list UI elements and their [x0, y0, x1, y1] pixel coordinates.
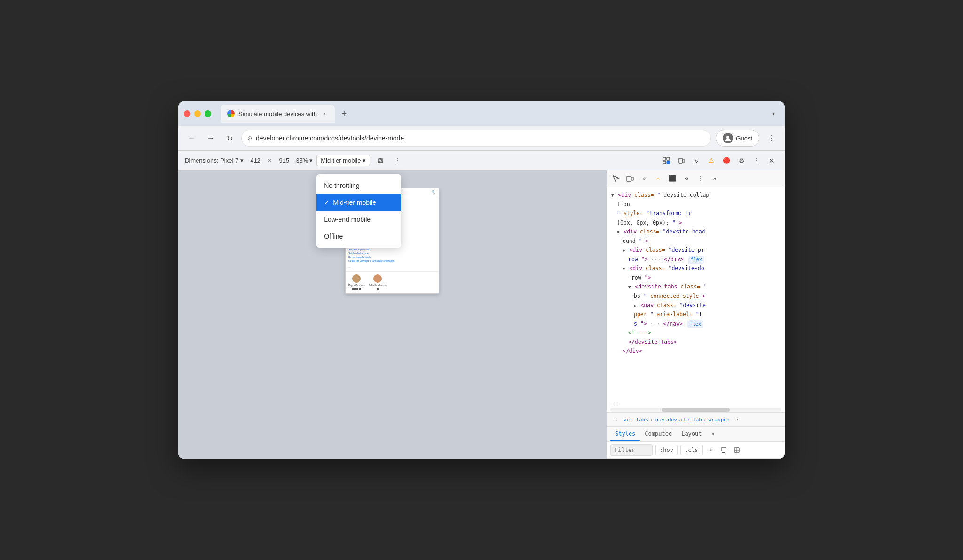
devtools-icons-right: » ⚠ 🔴 ⚙ ⋮ ✕ [660, 154, 778, 167]
throttle-option-no-throttling[interactable]: No throttling [316, 177, 401, 194]
offline-label: Offline [324, 233, 343, 240]
new-tab-button[interactable]: + [338, 107, 351, 120]
html-line-10: -row "> [611, 273, 780, 283]
more-panels-button[interactable]: » [690, 154, 703, 167]
panel-error-icon[interactable]: ⬛ [667, 173, 678, 184]
capture-screenshot-button[interactable] [374, 154, 387, 167]
more-options-button[interactable]: ⋮ [764, 131, 778, 145]
panel-warning-icon[interactable]: ⚠ [653, 173, 664, 184]
maximize-button[interactable] [205, 110, 211, 117]
close-devtools-button[interactable]: ✕ [765, 154, 778, 167]
more-devtools-options[interactable]: ⋮ [391, 154, 404, 167]
tab-layout[interactable]: Layout [677, 428, 706, 441]
dimensions-chevron-icon: ▾ [240, 157, 244, 164]
html-line-12: bs " connected style > [611, 292, 780, 301]
twitter-icon [352, 288, 355, 290]
author1-social [352, 288, 361, 290]
html-line-6: ound " > [611, 237, 780, 246]
zoom-value: 33% [296, 157, 308, 164]
devtools-scrollbar-thumb [662, 408, 730, 412]
throttle-chevron-icon: ▾ [363, 157, 366, 164]
reload-button[interactable]: ↻ [222, 131, 237, 145]
html-line-4: (0px, 0px, 0px); " > [611, 218, 780, 228]
throttle-option-low-end[interactable]: Low-end mobile [316, 211, 401, 228]
traffic-lights [184, 110, 211, 117]
html-line-14: pper " aria-label= "t [611, 310, 780, 319]
github-icon [355, 288, 358, 290]
filter-hov-button[interactable]: :hov [655, 445, 678, 455]
breadcrumb-item-2[interactable]: nav.devsite-tabs-wrapper [655, 417, 730, 423]
filter-inspect-icon[interactable] [732, 445, 742, 455]
author2-name: Sofia Emelianova [369, 284, 387, 287]
devtools-style-tabs: Styles Computed Layout » [607, 427, 785, 442]
close-button[interactable] [184, 110, 190, 117]
width-value[interactable]: 412 [247, 156, 263, 165]
toc-item-6: Device-specific mode [348, 255, 436, 259]
devtools-scrollbar[interactable] [610, 408, 781, 412]
tab-styles[interactable]: Styles [610, 428, 640, 441]
throttle-option-offline[interactable]: Offline [316, 228, 401, 245]
mobile-author-1: Kayce Basques [348, 274, 365, 290]
minimize-button[interactable] [194, 110, 201, 117]
svg-rect-8 [679, 158, 682, 163]
panel-more-button[interactable]: ⋮ [695, 173, 706, 184]
devtools-more-button[interactable]: ⋮ [750, 154, 763, 167]
error-icon[interactable]: 🔴 [720, 154, 733, 167]
filter-add-button[interactable]: + [705, 445, 716, 455]
title-bar: Simulate mobile devices with × + ▾ [178, 101, 785, 126]
collapse-icon-4: ▼ [623, 266, 625, 271]
dimensions-selector[interactable]: Dimensions: Pixel 7 ▾ [185, 157, 244, 164]
device-mode-button[interactable] [675, 154, 688, 167]
back-button[interactable]: ← [185, 131, 199, 145]
html-line-9: ▼ <div class= "devsite-do [611, 264, 780, 273]
settings-button[interactable]: ⚙ [735, 154, 748, 167]
forward-button[interactable]: → [204, 131, 218, 145]
svg-rect-4 [663, 157, 666, 160]
breadcrumb-item-1[interactable]: ver-tabs [624, 417, 648, 423]
toc-item-7: Rotate the viewport to landscape orienta… [348, 259, 436, 263]
warning-icon[interactable]: ⚠ [705, 154, 718, 167]
html-line-11: ▼ <devsite-tabs class= ' [611, 282, 780, 292]
filter-input[interactable] [610, 444, 653, 456]
devtools-panel: » ⚠ ⬛ ⚙ ⋮ ✕ ▼ <div class= " devsite-coll… [606, 170, 785, 459]
main-area: ≡ Chrome for Developers 🔍 Chrome DevTool… [178, 170, 785, 459]
throttle-label: Mid-tier mobile [321, 157, 361, 164]
html-content[interactable]: ▼ <div class= " devsite-collap tion " st… [607, 187, 785, 398]
chevron-down-icon[interactable]: ▾ [768, 108, 779, 119]
html-line-15: s "> ··· </nav> flex [611, 319, 780, 329]
tab-computed[interactable]: Computed [640, 428, 677, 441]
tab-close-icon[interactable]: × [321, 110, 328, 117]
height-value[interactable]: 915 [276, 156, 292, 165]
breadcrumb-back-icon[interactable]: ‹ [610, 414, 622, 425]
panel-close-button[interactable]: ✕ [709, 173, 720, 184]
collapse-icon-5: ▼ [628, 285, 631, 289]
zoom-selector[interactable]: 33% ▾ [296, 157, 313, 164]
throttle-option-mid-tier[interactable]: ✓ Mid-tier mobile [316, 194, 401, 211]
select-element-button[interactable] [660, 154, 673, 167]
guest-button[interactable]: Guest [716, 130, 759, 147]
more-tools-button[interactable]: » [639, 173, 650, 184]
title-bar-right: ▾ [768, 108, 779, 119]
flex-badge: flex [688, 256, 704, 264]
devtools-element-breadcrumb: ‹ ver-tabs › nav.devsite-tabs-wrapper › [607, 412, 785, 427]
html-line-17: </devsite-tabs> [611, 338, 780, 347]
devtools-panel-header: » ⚠ ⬛ ⚙ ⋮ ✕ [607, 170, 785, 187]
throttle-selector[interactable]: Mid-tier mobile ▾ [316, 155, 370, 166]
mobile-more: ... [346, 264, 439, 269]
tab-more[interactable]: » [707, 428, 719, 441]
author1-avatar [352, 274, 361, 283]
breadcrumb-forward-icon[interactable]: › [732, 414, 743, 425]
devtools-toolbar: Dimensions: Pixel 7 ▾ 412 × 915 33% ▾ Mi… [178, 150, 785, 170]
inspect-element-button[interactable] [610, 173, 622, 184]
address-box[interactable]: ⊙ developer.chrome.com/docs/devtools/dev… [241, 130, 711, 147]
filter-cls-button[interactable]: .cls [680, 445, 703, 455]
toc-item-4: Set device pixel ratio [348, 248, 436, 251]
low-end-label: Low-end mobile [324, 216, 371, 223]
html-line-3: " style= "transform: tr [611, 209, 780, 218]
panel-settings-button[interactable]: ⚙ [681, 173, 692, 184]
device-toggle-button[interactable] [624, 173, 636, 184]
flex-badge-2: flex [687, 320, 703, 328]
filter-paint-icon[interactable] [718, 445, 729, 455]
throttle-wrapper: Mid-tier mobile ▾ No throttling ✓ Mid-ti… [316, 155, 370, 166]
active-tab[interactable]: Simulate mobile devices with × [221, 105, 335, 123]
